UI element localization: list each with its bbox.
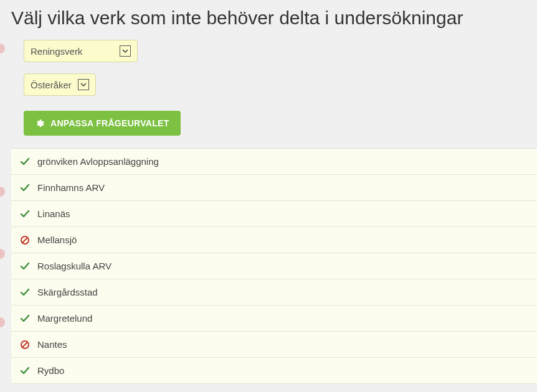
check-icon bbox=[20, 287, 30, 297]
list-item-label: Finnhamns ARV bbox=[37, 182, 105, 193]
check-icon bbox=[20, 183, 30, 193]
customize-questions-button[interactable]: ANPASSA FRÅGEURVALET bbox=[24, 111, 181, 136]
list-item-label: Skärgårdsstad bbox=[37, 287, 98, 297]
svg-line-1 bbox=[22, 238, 27, 243]
controls-panel: Reningsverk Österåker ANPASSA FRÅGEURVAL… bbox=[0, 40, 537, 148]
prohibit-icon bbox=[20, 235, 30, 245]
list-item[interactable]: Roslagskulla ARV bbox=[11, 253, 537, 279]
list-item[interactable]: Linanäs bbox=[11, 201, 537, 227]
list-item[interactable]: Margretelund bbox=[11, 306, 537, 332]
municipality-select[interactable]: Österåker bbox=[24, 73, 96, 96]
check-icon bbox=[20, 261, 30, 271]
list-item-label: Nantes bbox=[37, 339, 67, 350]
svg-line-3 bbox=[22, 342, 27, 347]
customize-button-label: ANPASSA FRÅGEURVALET bbox=[50, 118, 169, 128]
list-item-label: Margretelund bbox=[37, 313, 92, 324]
check-icon bbox=[20, 366, 30, 376]
list-item-label: Mellansjö bbox=[37, 235, 77, 245]
list-item[interactable]: Nantes bbox=[11, 332, 537, 358]
side-badge-decor bbox=[0, 187, 5, 197]
list-item[interactable]: Finnhamns ARV bbox=[11, 175, 537, 201]
prohibit-icon bbox=[20, 340, 30, 350]
facility-list: grönviken AvloppsanläggningFinnhamns ARV… bbox=[11, 148, 537, 384]
list-item-label: Roslagskulla ARV bbox=[37, 261, 112, 271]
chevron-down-icon bbox=[120, 45, 131, 57]
list-item[interactable]: Skärgårdsstad bbox=[11, 279, 537, 306]
list-item[interactable]: Rydbo bbox=[11, 358, 537, 384]
list-item[interactable]: Mellansjö bbox=[11, 227, 537, 253]
check-icon bbox=[20, 209, 30, 219]
municipality-select-value: Österåker bbox=[31, 80, 78, 90]
type-select[interactable]: Reningsverk bbox=[24, 40, 138, 62]
page-title: Välj vilka verk som inte behöver delta i… bbox=[0, 0, 537, 40]
check-icon bbox=[20, 157, 30, 167]
list-item-label: Linanäs bbox=[37, 208, 70, 219]
gear-icon bbox=[35, 119, 44, 128]
check-icon bbox=[20, 314, 30, 324]
chevron-down-icon bbox=[78, 79, 89, 90]
type-select-value: Reningsverk bbox=[31, 46, 120, 57]
list-item[interactable]: grönviken Avloppsanläggning bbox=[11, 149, 537, 175]
list-item-label: Rydbo bbox=[37, 365, 64, 376]
side-badge-decor bbox=[0, 249, 5, 259]
list-item-label: grönviken Avloppsanläggning bbox=[37, 156, 159, 167]
side-badge-decor bbox=[0, 317, 5, 327]
